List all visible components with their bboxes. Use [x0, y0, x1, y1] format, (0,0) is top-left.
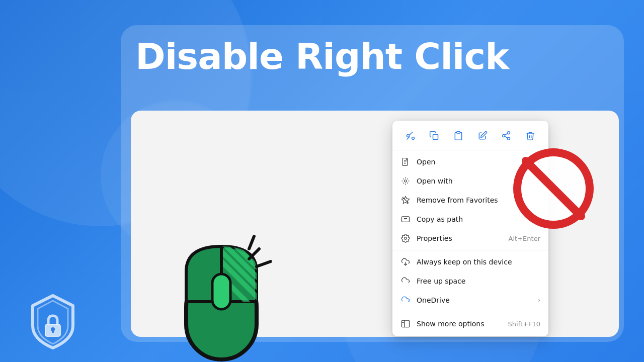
svg-point-23 [405, 237, 407, 240]
open-label: Open [417, 158, 519, 166]
more-options-icon [400, 319, 411, 329]
svg-point-19 [405, 180, 407, 183]
open-with-label: Open with [417, 177, 534, 185]
open-shortcut: Enter [523, 158, 540, 166]
svg-rect-30 [52, 329, 54, 333]
svg-point-13 [508, 132, 510, 134]
svg-rect-24 [402, 320, 410, 327]
star-icon [400, 195, 411, 205]
free-space-label: Free up space [417, 277, 540, 285]
svg-rect-12 [457, 132, 460, 133]
onedrive-label: OneDrive [417, 296, 534, 304]
remove-favorites-label: Remove from Favorites [417, 196, 540, 204]
more-options-shortcut: Shift+F10 [508, 320, 540, 328]
keep-device-label: Always keep on this device [417, 258, 540, 266]
delete-icon[interactable] [521, 127, 539, 145]
more-options-label: Show more options [417, 320, 504, 328]
onedrive-arrow: › [538, 297, 540, 304]
copy-path-icon [400, 214, 411, 224]
svg-point-15 [508, 137, 510, 140]
svg-rect-7 [212, 274, 230, 309]
onedrive-icon [400, 295, 411, 305]
svg-line-17 [505, 133, 508, 135]
page-title: Disable Right Click [0, 35, 644, 77]
open-with-arrow: › [538, 177, 540, 185]
properties-icon [400, 233, 411, 243]
share-icon[interactable] [497, 127, 515, 145]
svg-rect-11 [433, 135, 438, 140]
menu-item-keep-device[interactable]: Always keep on this device [392, 252, 548, 272]
word-icon [400, 157, 411, 167]
menu-item-onedrive[interactable]: OneDrive › [392, 291, 548, 310]
rename-icon[interactable] [473, 127, 492, 145]
svg-point-14 [503, 135, 505, 137]
cut-icon[interactable] [401, 127, 420, 145]
menu-item-more-options[interactable]: Show more options Shift+F10 [392, 314, 548, 333]
context-menu: Open Enter Open with › Remove from Favor… [392, 121, 548, 336]
separator-2 [392, 312, 548, 312]
mouse-illustration [171, 231, 282, 362]
menu-item-open[interactable]: Open Enter [392, 152, 548, 171]
menu-item-copy-path[interactable]: Copy as path [392, 210, 548, 229]
separator-1 [392, 250, 548, 250]
paste-icon[interactable] [449, 127, 467, 145]
open-with-icon [400, 176, 411, 186]
svg-line-16 [505, 136, 508, 138]
copy-icon[interactable] [425, 127, 443, 145]
keep-device-icon [400, 257, 411, 267]
context-menu-icon-bar [392, 124, 548, 150]
properties-shortcut: Alt+Enter [509, 235, 540, 242]
copy-path-label: Copy as path [417, 215, 540, 223]
menu-item-open-with[interactable]: Open with › [392, 171, 548, 191]
menu-item-free-space[interactable]: Free up space [392, 272, 548, 291]
svg-line-10 [249, 236, 254, 249]
svg-rect-22 [402, 217, 410, 222]
menu-item-properties[interactable]: Properties Alt+Enter [392, 229, 548, 248]
free-space-icon [400, 276, 411, 286]
svg-line-9 [257, 261, 271, 266]
shield-lock-icon [25, 292, 80, 347]
menu-item-remove-favorites[interactable]: Remove from Favorites [392, 191, 548, 210]
properties-label: Properties [417, 234, 505, 242]
